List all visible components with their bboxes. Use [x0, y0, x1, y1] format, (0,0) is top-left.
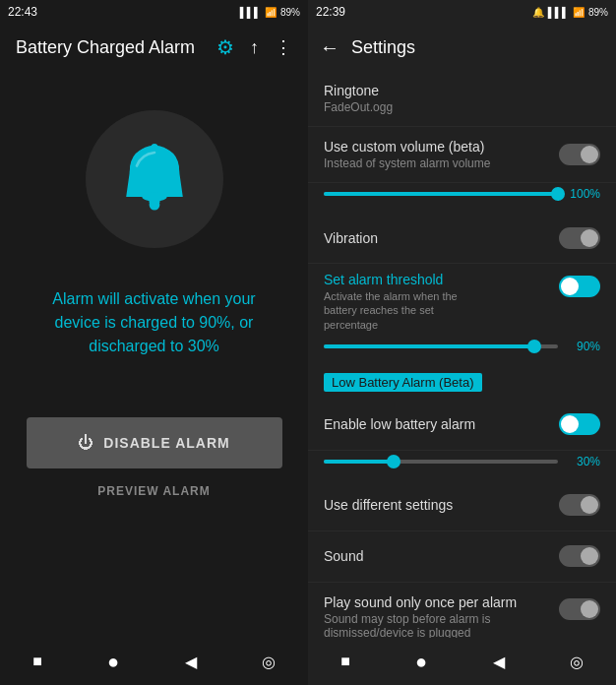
volume-slider-knob[interactable] — [551, 187, 565, 201]
left-status-icons: ▌▌▌ 📶 89% — [240, 7, 300, 18]
bell-container — [86, 110, 223, 248]
right-status-icons: 🔔 ▌▌▌ 📶 89% — [532, 7, 608, 18]
right-nav-person-icon: ◎ — [570, 653, 584, 671]
threshold-slider-fill — [324, 344, 534, 348]
low-battery-slider-fill — [324, 460, 394, 464]
right-nav-bar: ■ ● ◀ ◎ — [308, 638, 616, 685]
volume-slider-track[interactable] — [324, 192, 558, 196]
threshold-slider-value: 90% — [566, 340, 600, 353]
nav-person-icon: ◎ — [262, 653, 276, 671]
right-time: 22:39 — [316, 5, 345, 19]
volume-slider-value: 100% — [566, 187, 600, 201]
different-settings-label: Use different settings — [324, 497, 559, 513]
signal-icon: ▌▌▌ — [548, 7, 569, 18]
threshold-label: Set alarm threshold — [324, 272, 559, 287]
sound-knob — [581, 547, 598, 565]
different-settings-text: Use different settings — [324, 497, 559, 513]
left-panel: 22:43 ▌▌▌ 📶 89% Battery Charged Alarm ⚙ … — [0, 0, 308, 685]
threshold-sublabel: Activate the alarm when the battery reac… — [324, 289, 481, 332]
power-icon: ⏻ — [78, 434, 93, 452]
app-title: Battery Charged Alarm — [16, 37, 195, 58]
custom-volume-knob — [581, 146, 598, 163]
low-battery-slider-row[interactable]: 30% — [308, 451, 616, 480]
sound-label: Sound — [324, 548, 559, 564]
top-bar-left: Battery Charged Alarm ⚙ ↑ ⋮ — [0, 24, 308, 71]
vibration-toggle[interactable] — [559, 227, 600, 249]
low-battery-header-label: Low Battery Alarm (Beta) — [324, 373, 482, 392]
left-nav-bar: ■ ● ◀ ◎ — [0, 638, 308, 685]
disable-btn-label: DISABLE ALARM — [103, 435, 229, 451]
custom-volume-text: Use custom volume (beta) Instead of syst… — [324, 139, 559, 170]
ringtone-value: FadeOut.ogg — [324, 100, 600, 114]
play-once-sublabel: Sound may stop before alarm is dismissed… — [324, 612, 559, 638]
disable-alarm-button[interactable]: ⏻ DISABLE ALARM — [27, 417, 282, 468]
right-nav-back-icon[interactable]: ◀ — [493, 653, 505, 671]
left-content: Alarm will activate when your device is … — [0, 71, 308, 638]
settings-list: Ringtone FadeOut.ogg Use custom volume (… — [308, 71, 616, 638]
vibration-text: Vibration — [324, 230, 559, 246]
ringtone-label: Ringtone — [324, 83, 600, 98]
custom-volume-toggle[interactable] — [559, 144, 600, 165]
left-time: 22:43 — [8, 5, 37, 19]
play-once-label: Play sound only once per alarm — [324, 594, 559, 610]
nav-circle-icon[interactable]: ● — [107, 651, 119, 673]
status-bar-left: 22:43 ▌▌▌ 📶 89% — [0, 0, 308, 24]
setting-alarm-threshold[interactable]: Set alarm threshold Activate the alarm w… — [308, 264, 616, 336]
enable-low-battery-knob — [561, 415, 579, 433]
threshold-toggle[interactable] — [559, 276, 600, 297]
status-bar-right: 22:39 🔔 ▌▌▌ 📶 89% — [308, 0, 616, 24]
threshold-knob — [561, 278, 579, 295]
setting-vibration[interactable]: Vibration — [308, 213, 616, 264]
setting-different-settings[interactable]: Use different settings — [308, 480, 616, 531]
volume-slider-fill — [324, 192, 558, 196]
top-bar-icons: ⚙ ↑ ⋮ — [216, 35, 292, 59]
setting-ringtone[interactable]: Ringtone FadeOut.ogg — [308, 71, 616, 127]
low-battery-slider-track[interactable] — [324, 460, 558, 464]
sound-text: Sound — [324, 548, 559, 564]
enable-low-battery-text: Enable low battery alarm — [324, 416, 559, 432]
bell-icon — [110, 135, 199, 223]
back-button[interactable]: ← — [316, 32, 343, 63]
right-nav-circle-icon[interactable]: ● — [415, 651, 427, 673]
volume-slider-row[interactable]: 100% — [308, 183, 616, 213]
svg-point-6 — [149, 200, 159, 211]
threshold-slider-knob[interactable] — [527, 340, 541, 353]
ringtone-text: Ringtone FadeOut.ogg — [324, 83, 600, 114]
enable-low-battery-toggle[interactable] — [559, 413, 600, 435]
share-icon[interactable]: ↑ — [250, 37, 259, 58]
low-battery-slider-knob[interactable] — [387, 455, 400, 468]
notification-icon: 🔔 — [532, 7, 544, 18]
wifi-right-icon: 📶 — [573, 7, 585, 18]
sim-icon: ▌▌▌ — [240, 7, 261, 18]
preview-alarm-button[interactable]: PREVIEW ALARM — [97, 484, 211, 498]
nav-square-icon[interactable]: ■ — [32, 653, 42, 670]
gear-icon[interactable]: ⚙ — [216, 35, 234, 59]
play-once-text: Play sound only once per alarm Sound may… — [324, 594, 559, 638]
vibration-label: Vibration — [324, 230, 559, 246]
threshold-text: Set alarm threshold Activate the alarm w… — [324, 272, 559, 332]
play-once-toggle[interactable] — [559, 598, 600, 620]
low-battery-slider-value: 30% — [566, 455, 600, 468]
setting-play-once[interactable]: Play sound only once per alarm Sound may… — [308, 583, 616, 638]
threshold-slider-track[interactable] — [324, 344, 558, 348]
nav-back-icon[interactable]: ◀ — [185, 653, 197, 671]
setting-sound[interactable]: Sound — [308, 531, 616, 583]
enable-low-battery-label: Enable low battery alarm — [324, 416, 559, 432]
vibration-knob — [581, 229, 598, 247]
custom-volume-sublabel: Instead of system alarm volume — [324, 156, 559, 170]
sound-toggle[interactable] — [559, 545, 600, 567]
right-nav-square-icon[interactable]: ■ — [340, 653, 350, 670]
setting-custom-volume[interactable]: Use custom volume (beta) Instead of syst… — [308, 127, 616, 183]
threshold-slider-row[interactable]: 90% — [308, 336, 616, 365]
wifi-icon: 📶 — [265, 7, 277, 18]
play-once-knob — [581, 600, 598, 618]
battery-left: 89% — [280, 7, 300, 18]
settings-title: Settings — [351, 37, 415, 58]
different-settings-toggle[interactable] — [559, 494, 600, 516]
different-settings-knob — [581, 496, 598, 514]
setting-enable-low-battery[interactable]: Enable low battery alarm — [308, 400, 616, 451]
right-panel: 22:39 🔔 ▌▌▌ 📶 89% ← Settings Ringtone Fa… — [308, 0, 616, 685]
more-icon[interactable]: ⋮ — [275, 36, 292, 58]
top-bar-right: ← Settings — [308, 24, 616, 71]
low-battery-header: Low Battery Alarm (Beta) — [308, 365, 616, 400]
